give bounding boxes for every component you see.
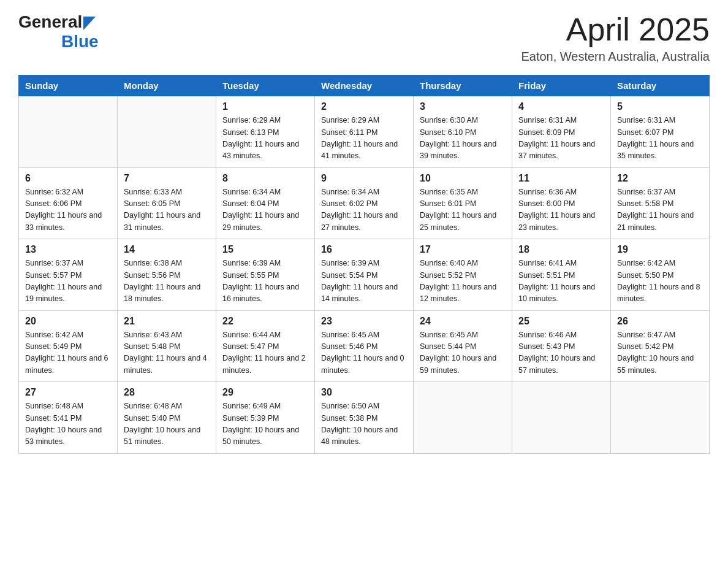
- day-info: Sunrise: 6:29 AMSunset: 6:11 PMDaylight:…: [321, 115, 407, 163]
- day-info: Sunrise: 6:50 AMSunset: 5:38 PMDaylight:…: [321, 400, 407, 448]
- calendar-cell: 2Sunrise: 6:29 AMSunset: 6:11 PMDaylight…: [315, 96, 414, 168]
- day-number: 14: [124, 244, 210, 255]
- day-info: Sunrise: 6:35 AMSunset: 6:01 PMDaylight:…: [420, 186, 506, 234]
- day-number: 7: [124, 173, 210, 184]
- calendar-cell: 8Sunrise: 6:34 AMSunset: 6:04 PMDaylight…: [216, 167, 315, 239]
- logo-triangle-icon: [83, 17, 96, 30]
- calendar-cell: 1Sunrise: 6:29 AMSunset: 6:13 PMDaylight…: [216, 96, 315, 168]
- day-number: 20: [25, 316, 111, 327]
- calendar-title: April 2025: [521, 12, 710, 47]
- day-number: 9: [321, 173, 407, 184]
- logo-general-text: General: [18, 12, 82, 32]
- week-row-2: 6Sunrise: 6:32 AMSunset: 6:06 PMDaylight…: [19, 167, 710, 239]
- calendar-cell: [118, 96, 216, 168]
- day-number: 17: [420, 244, 506, 255]
- day-number: 27: [25, 387, 111, 398]
- day-info: Sunrise: 6:38 AMSunset: 5:56 PMDaylight:…: [124, 258, 210, 305]
- title-section: April 2025 Eaton, Western Australia, Aus…: [521, 12, 710, 64]
- calendar-cell: 28Sunrise: 6:48 AMSunset: 5:40 PMDayligh…: [118, 382, 216, 454]
- day-info: Sunrise: 6:45 AMSunset: 5:44 PMDaylight:…: [420, 329, 506, 377]
- day-number: 8: [222, 173, 308, 184]
- calendar-header: SundayMondayTuesdayWednesdayThursdayFrid…: [19, 75, 710, 96]
- header-row: SundayMondayTuesdayWednesdayThursdayFrid…: [19, 75, 710, 96]
- day-number: 19: [617, 244, 703, 255]
- day-number: 3: [420, 101, 506, 112]
- day-number: 23: [321, 316, 407, 327]
- calendar-cell: 20Sunrise: 6:42 AMSunset: 5:49 PMDayligh…: [19, 310, 118, 382]
- day-number: 22: [222, 316, 308, 327]
- day-number: 26: [617, 316, 703, 327]
- calendar-cell: 7Sunrise: 6:33 AMSunset: 6:05 PMDaylight…: [118, 167, 216, 239]
- calendar-cell: 16Sunrise: 6:39 AMSunset: 5:54 PMDayligh…: [315, 239, 414, 311]
- week-row-3: 13Sunrise: 6:37 AMSunset: 5:57 PMDayligh…: [19, 239, 710, 311]
- calendar-cell: 5Sunrise: 6:31 AMSunset: 6:07 PMDaylight…: [611, 96, 710, 168]
- logo-blue-part: [82, 14, 96, 30]
- calendar-subtitle: Eaton, Western Australia, Australia: [521, 50, 710, 64]
- day-info: Sunrise: 6:41 AMSunset: 5:51 PMDaylight:…: [518, 258, 604, 305]
- page-header: General Blue April 2025 Eaton, Western A…: [18, 12, 710, 64]
- calendar-cell: 29Sunrise: 6:49 AMSunset: 5:39 PMDayligh…: [216, 382, 315, 454]
- day-number: 25: [518, 316, 604, 327]
- day-number: 29: [222, 387, 308, 398]
- day-info: Sunrise: 6:30 AMSunset: 6:10 PMDaylight:…: [420, 115, 506, 163]
- day-info: Sunrise: 6:44 AMSunset: 5:47 PMDaylight:…: [222, 329, 308, 377]
- day-info: Sunrise: 6:46 AMSunset: 5:43 PMDaylight:…: [518, 329, 604, 377]
- calendar-cell: 17Sunrise: 6:40 AMSunset: 5:52 PMDayligh…: [414, 239, 512, 311]
- day-info: Sunrise: 6:48 AMSunset: 5:41 PMDaylight:…: [25, 400, 111, 448]
- day-number: 1: [222, 101, 308, 112]
- header-day-sunday: Sunday: [19, 75, 118, 96]
- calendar-cell: 11Sunrise: 6:36 AMSunset: 6:00 PMDayligh…: [512, 167, 611, 239]
- calendar-cell: 3Sunrise: 6:30 AMSunset: 6:10 PMDaylight…: [414, 96, 512, 168]
- calendar-cell: 9Sunrise: 6:34 AMSunset: 6:02 PMDaylight…: [315, 167, 414, 239]
- calendar-cell: 22Sunrise: 6:44 AMSunset: 5:47 PMDayligh…: [216, 310, 315, 382]
- day-info: Sunrise: 6:40 AMSunset: 5:52 PMDaylight:…: [420, 258, 506, 305]
- day-number: 28: [124, 387, 210, 398]
- day-number: 15: [222, 244, 308, 255]
- day-info: Sunrise: 6:43 AMSunset: 5:48 PMDaylight:…: [124, 329, 210, 377]
- day-info: Sunrise: 6:48 AMSunset: 5:40 PMDaylight:…: [124, 400, 210, 448]
- day-number: 18: [518, 244, 604, 255]
- day-info: Sunrise: 6:37 AMSunset: 5:58 PMDaylight:…: [617, 186, 703, 234]
- header-day-wednesday: Wednesday: [315, 75, 414, 96]
- day-number: 24: [420, 316, 506, 327]
- day-info: Sunrise: 6:39 AMSunset: 5:54 PMDaylight:…: [321, 258, 407, 305]
- day-info: Sunrise: 6:33 AMSunset: 6:05 PMDaylight:…: [124, 186, 210, 234]
- calendar-cell: 12Sunrise: 6:37 AMSunset: 5:58 PMDayligh…: [611, 167, 710, 239]
- day-info: Sunrise: 6:37 AMSunset: 5:57 PMDaylight:…: [25, 258, 111, 305]
- day-info: Sunrise: 6:32 AMSunset: 6:06 PMDaylight:…: [25, 186, 111, 234]
- calendar-cell: 24Sunrise: 6:45 AMSunset: 5:44 PMDayligh…: [414, 310, 512, 382]
- calendar-cell: 10Sunrise: 6:35 AMSunset: 6:01 PMDayligh…: [414, 167, 512, 239]
- calendar-cell: 27Sunrise: 6:48 AMSunset: 5:41 PMDayligh…: [19, 382, 118, 454]
- calendar-cell: [414, 382, 512, 454]
- calendar-cell: 18Sunrise: 6:41 AMSunset: 5:51 PMDayligh…: [512, 239, 611, 311]
- calendar-cell: 4Sunrise: 6:31 AMSunset: 6:09 PMDaylight…: [512, 96, 611, 168]
- calendar-cell: 13Sunrise: 6:37 AMSunset: 5:57 PMDayligh…: [19, 239, 118, 311]
- day-info: Sunrise: 6:47 AMSunset: 5:42 PMDaylight:…: [617, 329, 703, 377]
- day-number: 13: [25, 244, 111, 255]
- calendar-cell: 23Sunrise: 6:45 AMSunset: 5:46 PMDayligh…: [315, 310, 414, 382]
- calendar-body: 1Sunrise: 6:29 AMSunset: 6:13 PMDaylight…: [19, 96, 710, 454]
- calendar-cell: [19, 96, 118, 168]
- calendar-cell: 26Sunrise: 6:47 AMSunset: 5:42 PMDayligh…: [611, 310, 710, 382]
- calendar-cell: [512, 382, 611, 454]
- day-number: 5: [617, 101, 703, 112]
- day-info: Sunrise: 6:45 AMSunset: 5:46 PMDaylight:…: [321, 329, 407, 377]
- calendar-cell: 15Sunrise: 6:39 AMSunset: 5:55 PMDayligh…: [216, 239, 315, 311]
- day-number: 30: [321, 387, 407, 398]
- header-day-saturday: Saturday: [611, 75, 710, 96]
- day-number: 11: [518, 173, 604, 184]
- svg-marker-0: [83, 17, 96, 30]
- day-info: Sunrise: 6:34 AMSunset: 6:02 PMDaylight:…: [321, 186, 407, 234]
- day-info: Sunrise: 6:49 AMSunset: 5:39 PMDaylight:…: [222, 400, 308, 448]
- day-info: Sunrise: 6:42 AMSunset: 5:49 PMDaylight:…: [25, 329, 111, 377]
- day-number: 2: [321, 101, 407, 112]
- week-row-1: 1Sunrise: 6:29 AMSunset: 6:13 PMDaylight…: [19, 96, 710, 168]
- calendar-cell: 14Sunrise: 6:38 AMSunset: 5:56 PMDayligh…: [118, 239, 216, 311]
- day-info: Sunrise: 6:39 AMSunset: 5:55 PMDaylight:…: [222, 258, 308, 305]
- day-number: 12: [617, 173, 703, 184]
- logo: General Blue: [18, 12, 99, 52]
- calendar-cell: 30Sunrise: 6:50 AMSunset: 5:38 PMDayligh…: [315, 382, 414, 454]
- day-info: Sunrise: 6:29 AMSunset: 6:13 PMDaylight:…: [222, 115, 308, 163]
- calendar-cell: 21Sunrise: 6:43 AMSunset: 5:48 PMDayligh…: [118, 310, 216, 382]
- day-number: 21: [124, 316, 210, 327]
